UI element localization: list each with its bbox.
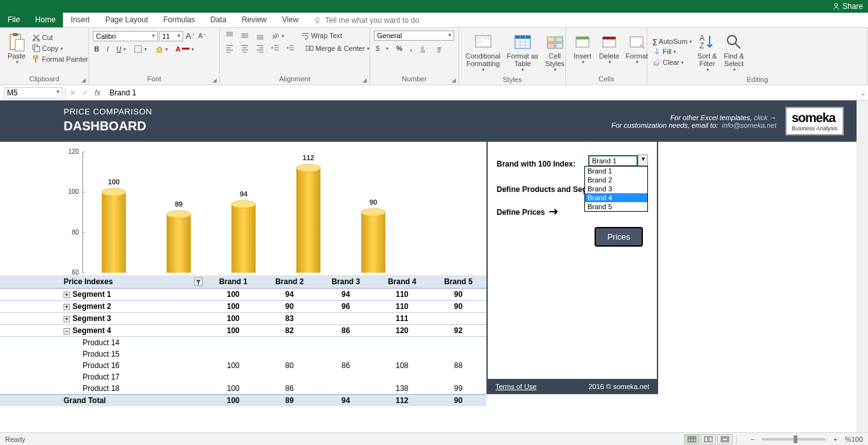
brand-option[interactable]: Brand 5	[585, 202, 647, 211]
svg-text:80: 80	[72, 229, 79, 236]
underline-button[interactable]: U▾	[115, 44, 127, 53]
increase-decimal-button[interactable]: .0.00	[418, 43, 430, 53]
tab-review[interactable]: Review	[234, 13, 274, 27]
tab-formulas[interactable]: Formulas	[156, 13, 203, 27]
align-bottom-button[interactable]	[254, 31, 266, 41]
expand-icon[interactable]: −	[64, 328, 70, 334]
zoom-out-button[interactable]: −	[748, 435, 757, 443]
increase-font-button[interactable]: Aˆ	[184, 31, 196, 41]
tell-me[interactable]: Tell me what you want to do	[306, 13, 427, 27]
accounting-button[interactable]: $▾	[374, 43, 390, 53]
fx-icon[interactable]: fx	[95, 88, 100, 97]
orientation-button[interactable]: ab▾	[270, 31, 286, 41]
align-right-button[interactable]	[254, 43, 266, 53]
increase-indent-button[interactable]	[285, 43, 296, 53]
svg-rect-4	[13, 33, 18, 36]
cancel-formula-icon[interactable]: ✕	[69, 88, 76, 97]
font-color-button[interactable]: A▾	[174, 44, 195, 53]
decrease-indent-button[interactable]	[270, 43, 281, 53]
conditional-formatting-button[interactable]: Conditional Formatting▾	[463, 31, 503, 74]
name-box[interactable]: M5	[4, 87, 62, 99]
prices-button[interactable]: Prices	[595, 227, 643, 247]
alignment-launcher[interactable]: ◢	[362, 77, 367, 83]
svg-text:100: 100	[108, 178, 120, 186]
italic-button[interactable]: I	[106, 44, 110, 53]
tab-insert[interactable]: Insert	[63, 13, 97, 27]
brand-option[interactable]: Brand 2	[585, 175, 647, 184]
zoom-in-button[interactable]: +	[830, 435, 839, 443]
formula-expand-icon[interactable]: ⌄	[857, 88, 868, 97]
font-name-select[interactable]: Calibri	[93, 31, 158, 41]
delete-cells-button[interactable]: Delete▾	[596, 31, 622, 67]
brand-option[interactable]: Brand 1	[585, 167, 647, 175]
decrease-font-button[interactable]: Aˇ	[197, 32, 207, 40]
email-link[interactable]: info@someka.net	[722, 121, 776, 129]
expand-icon[interactable]: +	[64, 292, 70, 298]
brand-dropdown-list[interactable]: Brand 1Brand 2Brand 3Brand 4Brand 5	[584, 166, 648, 212]
table-header[interactable]: Brand 1	[205, 275, 261, 289]
table-header[interactable]: Brand 4	[374, 275, 430, 289]
format-painter-button[interactable]: Format Painter	[31, 54, 90, 64]
number-format-select[interactable]: General	[374, 31, 454, 41]
insert-cells-button[interactable]: Insert▾	[570, 31, 595, 67]
svg-text:ab: ab	[271, 31, 280, 40]
tab-data[interactable]: Data	[203, 13, 234, 27]
expand-icon[interactable]: +	[64, 316, 70, 322]
align-middle-button[interactable]	[239, 31, 251, 41]
sort-filter-button[interactable]: AZSort & Filter▾	[694, 31, 720, 74]
zoom-slider[interactable]	[762, 438, 825, 441]
templates-link[interactable]: click	[754, 114, 768, 121]
tab-home[interactable]: Home	[27, 13, 63, 27]
brand-option[interactable]: Brand 3	[585, 184, 647, 193]
clipboard-launcher[interactable]: ◢	[81, 77, 86, 83]
filter-icon[interactable]	[194, 277, 203, 286]
align-left-button[interactable]	[224, 43, 235, 53]
autosum-button[interactable]: ∑ AutoSum▾	[651, 37, 693, 46]
terms-link[interactable]: Terms of Use	[495, 383, 537, 390]
wrap-text-button[interactable]: Wrap Text	[300, 31, 343, 41]
percent-button[interactable]: %	[395, 44, 404, 53]
page-break-view-button[interactable]	[717, 434, 733, 444]
decrease-decimal-button[interactable]: .00.0	[435, 43, 446, 53]
paste-button[interactable]: Paste▾	[4, 31, 29, 67]
cut-button[interactable]: Cut	[31, 32, 90, 43]
table-header[interactable]: Brand 3	[318, 275, 374, 289]
comma-button[interactable]: ,	[409, 44, 413, 53]
share-button[interactable]: Share	[832, 2, 863, 11]
svg-text:90: 90	[369, 198, 377, 206]
brand-option[interactable]: Brand 4	[585, 193, 647, 202]
clear-button[interactable]: Clear▾	[651, 57, 693, 67]
normal-view-button[interactable]	[684, 434, 699, 444]
find-select-button[interactable]: Find & Select▾	[721, 31, 747, 74]
tab-view[interactable]: View	[275, 13, 307, 27]
align-center-button[interactable]	[239, 43, 251, 53]
align-top-button[interactable]	[224, 31, 235, 41]
tab-page-layout[interactable]: Page Layout	[97, 13, 155, 27]
number-launcher[interactable]: ◢	[451, 77, 456, 83]
borders-button[interactable]: ▾	[132, 44, 148, 54]
brand-dropdown-icon[interactable]: ▾	[638, 154, 648, 166]
merge-center-button[interactable]: Merge & Center▾	[304, 43, 371, 53]
tab-file[interactable]: File	[0, 13, 27, 27]
bold-button[interactable]: B	[93, 44, 100, 53]
expand-icon[interactable]: +	[64, 304, 70, 310]
accept-formula-icon[interactable]: ✓	[82, 88, 88, 97]
zoom-level[interactable]: %100	[845, 435, 863, 443]
table-header[interactable]: Price Indexes	[0, 275, 205, 289]
format-cells-button[interactable]: Format▾	[623, 31, 651, 67]
table-header[interactable]: Brand 5	[430, 275, 486, 289]
cell-styles-button[interactable]: Cell Styles▾	[542, 31, 568, 74]
formula-input[interactable]: Brand 1	[104, 88, 857, 98]
table-header[interactable]: Brand 2	[261, 275, 317, 289]
worksheet[interactable]: PRICE COMPARISON DASHBOARD For other Exc…	[0, 100, 868, 432]
font-launcher[interactable]: ◢	[212, 77, 217, 83]
svg-rect-29	[548, 37, 555, 42]
fill-color-button[interactable]: ▾	[153, 44, 169, 54]
copy-button[interactable]: Copy▾	[31, 43, 90, 53]
fill-button[interactable]: Fill▾	[651, 46, 693, 57]
svg-rect-32	[556, 43, 563, 48]
brand-select-value[interactable]: Brand 1	[588, 155, 638, 167]
page-layout-view-button[interactable]	[701, 434, 716, 444]
font-size-select[interactable]: 11	[159, 31, 183, 41]
format-as-table-button[interactable]: Format as Table▾	[504, 31, 541, 74]
